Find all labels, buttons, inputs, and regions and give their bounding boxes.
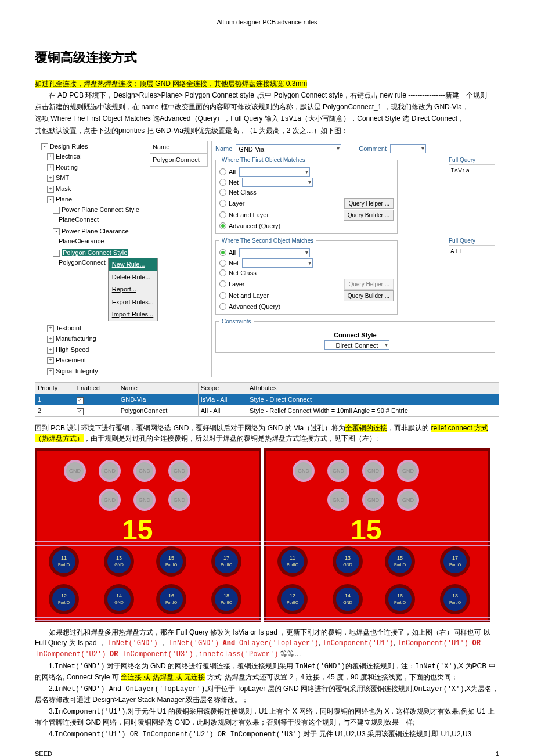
tree-routing[interactable]: Routing [56,164,78,171]
radio-advanced[interactable] [219,222,226,229]
tree-expand-icon[interactable]: + [47,186,54,193]
tree-mask[interactable]: Mask [56,185,71,192]
radio2-all[interactable] [219,249,226,256]
li1-code3: InNet('X') [415,663,457,671]
menu-report[interactable]: Report... [109,283,157,296]
tree-planeclearance[interactable]: PlaneClearance [59,237,104,244]
tree-polygonconnect[interactable]: PolygonConnect [59,258,106,268]
table-row[interactable]: 1 ✓ GND-Via IsVia - All Style - Direct C… [35,394,499,405]
tree-planeconnect[interactable]: PlaneConnect [59,216,99,223]
opt2-all[interactable]: All [229,248,236,258]
query-helper-button[interactable]: Query Helper ... [344,198,394,209]
all-select[interactable] [239,167,310,177]
comment-input[interactable] [390,144,426,153]
context-menu[interactable]: New Rule... Delete Rule... Report... Exp… [108,258,158,321]
radio2-net-layer[interactable] [219,292,226,299]
opt-advanced[interactable]: Advanced (Query) [229,221,280,231]
menu-delete-rule[interactable]: Delete Rule... [109,271,157,284]
pad-blue: 18PortIO [443,588,467,611]
pcb-left: 15 GND GND GND GND GND GND GND 11PortIO1… [35,448,261,622]
tree-collapse-icon[interactable]: - [53,228,60,235]
tree-manufacturing[interactable]: Manufacturing [56,335,96,342]
name-col-value[interactable]: PolygonConnect [150,153,208,167]
fullquery-1[interactable]: IsVia [449,164,495,208]
query-builder2-button[interactable]: Query Builder ... [344,290,394,301]
checkbox-icon[interactable]: ✓ [77,408,84,415]
opt2-net[interactable]: Net [229,258,239,268]
checkbox-icon[interactable]: ✓ [77,397,84,404]
tree-expand-icon[interactable]: + [47,368,54,375]
tree-ppc[interactable]: Power Plane Clearance [62,228,129,235]
query-builder-button[interactable]: Query Builder ... [344,210,394,221]
tree-collapse-icon[interactable]: - [41,143,48,150]
cell[interactable]: ✓ [74,405,118,417]
rules-tree[interactable]: -Design Rules +Electrical +Routing +SMT … [35,141,146,378]
opt2-layer[interactable]: Layer [229,279,245,289]
tree-root[interactable]: Design Rules [50,143,88,150]
tree-electrical[interactable]: Electrical [56,153,82,160]
connect-style-select[interactable]: Direct Connect [324,340,389,350]
menu-import-rules[interactable]: Import Rules... [109,308,157,321]
menu-new-rule[interactable]: New Rule... [109,258,157,271]
opt2-advanced[interactable]: Advanced (Query) [229,302,280,312]
first-match-legend: Where The First Object Matches [219,156,308,164]
para2-c: ，由于规则是对过孔的全连接覆铜，所以对于焊盘的覆铜是热焊盘方式连接方式，见下图（… [84,434,378,442]
radio2-advanced[interactable] [219,303,226,310]
code-incomp1: InComponent('U1') [322,639,393,647]
tree-expand-icon[interactable]: + [47,164,54,171]
tree-expand-icon[interactable]: + [47,153,54,160]
col-scope[interactable]: Scope [198,383,247,394]
radio2-netclass[interactable] [219,269,226,276]
opt2-netlayer[interactable]: Net and Layer [229,291,269,301]
tree-expand-icon[interactable]: + [47,357,54,364]
table-row[interactable]: 2 ✓ PolygonConnect All - All Style - Rel… [35,405,499,417]
col-attributes[interactable]: Attributes [247,383,499,394]
all2-select[interactable] [239,248,310,257]
tree-expand-icon[interactable]: + [47,175,54,182]
tree-collapse-icon[interactable]: - [47,196,54,203]
li4-code1: InComponent('U1') OR InComponent('U2') O… [55,730,301,739]
para1-a: 在 AD PCB 环境下，Design>Rules>Plane> Polygon… [35,90,499,100]
silk-line [35,541,261,546]
tree-collapse-icon[interactable]: - [53,250,60,257]
code-innet2: InNet('GND') [169,639,219,647]
tree-ppcs[interactable]: Power Plane Connect Style [62,206,139,213]
tree-highspeed[interactable]: High Speed [56,346,89,353]
opt-netlayer[interactable]: Net and Layer [229,210,269,220]
col-enabled[interactable]: Enabled [74,383,118,394]
cell[interactable]: ✓ [74,394,118,405]
tree-plane[interactable]: Plane [56,196,72,203]
tree-polygon-connect-style[interactable]: Polygon Connect Style [62,249,128,256]
tree-placement[interactable]: Placement [56,357,86,363]
col-name[interactable]: Name [118,383,198,394]
pad-gnd: GND [397,489,419,511]
radio-net-layer[interactable] [219,211,226,218]
net-select[interactable] [242,178,313,187]
opt-all[interactable]: All [229,167,236,177]
opt-layer[interactable]: Layer [229,199,245,208]
opt-net[interactable]: Net [229,178,239,188]
menu-export-rules[interactable]: Export Rules... [109,296,157,309]
radio-all[interactable] [219,168,226,175]
fullquery-2[interactable]: All [449,245,495,289]
pad-blue: 17PortIO [443,550,467,573]
radio-net[interactable] [219,179,226,186]
tree-expand-icon[interactable]: + [47,336,54,343]
tree-signal-integrity[interactable]: Signal Integrity [56,368,98,375]
opt-netclass[interactable]: Net Class [229,188,257,197]
tree-expand-icon[interactable]: + [47,325,54,332]
radio-layer[interactable] [219,200,226,207]
opt2-netclass[interactable]: Net Class [229,268,257,278]
radio2-layer[interactable] [219,280,226,287]
tree-expand-icon[interactable]: + [47,347,54,354]
name-input[interactable]: GND-Via [236,144,341,153]
tree-smt[interactable]: SMT [56,174,69,181]
tree-testpoint[interactable]: Testpoint [56,325,81,332]
net2-select[interactable] [242,258,313,268]
query-helper2-button[interactable]: Query Helper ... [344,279,394,290]
radio-netclass[interactable] [219,189,226,196]
code-isvia: IsVia [280,115,301,123]
col-priority[interactable]: Priority [35,383,74,394]
radio2-net[interactable] [219,260,226,267]
tree-collapse-icon[interactable]: - [53,207,60,214]
